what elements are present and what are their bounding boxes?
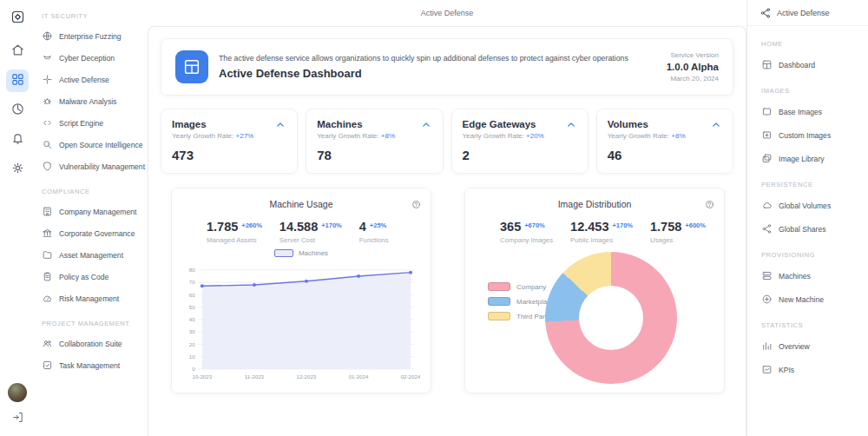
chevron-up-icon[interactable] [420, 119, 432, 135]
machine-usage-card: Machine Usage 1.785 +260% Managed Assets… [171, 188, 431, 393]
nav-item-risk-management[interactable]: Risk Management [40, 287, 144, 309]
nav-item-global-volumes[interactable]: Global Volumes [760, 194, 863, 217]
charts-row: Machine Usage 1.785 +260% Managed Assets… [161, 188, 733, 393]
code-icon [42, 117, 53, 129]
nav-item-global-shares[interactable]: Global Shares [760, 217, 863, 241]
nav-item-cyber-deception[interactable]: Cyber Deception [40, 47, 144, 69]
nav-item-label: Cyber Deception [59, 54, 115, 63]
sign-out-icon [11, 412, 24, 426]
task-icon [42, 360, 53, 371]
legend-swatch [488, 282, 510, 291]
chart-stat-value: 1.758 [650, 220, 681, 234]
svg-text:80: 80 [189, 267, 195, 273]
nav-section-header: PERSISTENCE [760, 177, 863, 194]
image-distribution-title: Image Distribution [476, 197, 713, 209]
svg-text:0: 0 [192, 366, 195, 372]
nav-item-label: Company Management [59, 208, 136, 216]
nav-item-label: Collaboration Suite [59, 340, 122, 348]
chevron-up-icon[interactable] [274, 119, 286, 135]
rail-apps-button[interactable] [6, 69, 29, 92]
stat-card-value: 473 [172, 148, 286, 162]
chart-stat-functions: 4 +25% Functions [359, 220, 389, 244]
app-root: IT SECURITY Enterprise Fuzzing Cyber Dec… [0, 0, 868, 436]
cloud-icon [761, 200, 773, 211]
stat-card-title: Images [172, 119, 253, 129]
donut-chart-area: Company Marketplace Third Party [476, 249, 713, 388]
nav-item-open-source-intelligence[interactable]: Open Source Intelligence [40, 134, 144, 155]
nav-item-new-machine[interactable]: New Machine [760, 287, 863, 311]
nav-item-base-images[interactable]: Base Images [760, 100, 863, 123]
chart-stat-top: 4 +25% [359, 220, 389, 234]
gauge-icon [42, 293, 53, 304]
donut-hole [579, 286, 643, 350]
nav-item-label: New Machine [779, 295, 824, 304]
chart-stat-label: Functions [359, 236, 389, 244]
nav-item-custom-images[interactable]: Custom Images [760, 123, 863, 147]
nav-section-images: IMAGES Base Images Custom Images Image L… [760, 83, 863, 170]
nav-item-label: Open Source Intelligence [59, 141, 143, 149]
nav-item-label: Enterprise Fuzzing [59, 32, 122, 41]
nav-item-image-library[interactable]: Image Library [760, 147, 863, 170]
stat-card-value: 2 [463, 148, 577, 162]
nav-item-malware-analysis[interactable]: Malware Analysis [40, 90, 144, 112]
help-icon[interactable] [705, 197, 714, 213]
stat-card-head: Volumes Yearly Growth Rate: +8% [608, 119, 722, 140]
nav-item-label: Overview [779, 342, 810, 351]
stat-card-text: Volumes Yearly Growth Rate: +8% [608, 119, 686, 140]
version-date: March 20, 2024 [667, 75, 719, 83]
nav-item-company-management[interactable]: Company Management [40, 201, 144, 222]
nav-item-script-engine[interactable]: Script Engine [40, 112, 144, 134]
nav-section-header: IMAGES [760, 83, 863, 100]
chart-stat-server-cost: 14.588 +170% Server Cost [279, 220, 342, 244]
nav-item-label: Active Defense [59, 76, 109, 84]
chevron-up-icon[interactable] [565, 119, 577, 135]
nav-item-label: Corporate Governance [59, 229, 135, 238]
nav-item-asset-management[interactable]: Asset Management [40, 244, 144, 266]
nav-item-collaboration-suite[interactable]: Collaboration Suite [40, 333, 144, 354]
chart-stat-delta: +670% [524, 221, 545, 229]
svg-text:30: 30 [189, 328, 195, 334]
image-distribution-stats: 365 +670% Company Images 12.453 +170% Pu… [500, 220, 713, 244]
nav-item-kpis[interactable]: KPIs [760, 358, 863, 381]
nav-item-policy-as-code[interactable]: Policy as Code [40, 266, 144, 287]
image-plus-icon [761, 129, 773, 141]
rail-home-button[interactable] [6, 40, 29, 63]
service-banner: The active defense service allows organi… [161, 38, 733, 96]
activity-icon [10, 102, 25, 120]
chart-stat-public-images: 12.453 +170% Public Images [570, 220, 633, 244]
globe-icon [42, 30, 53, 42]
nav-section-it-security: IT SECURITY Enterprise Fuzzing Cyber Dec… [40, 9, 144, 177]
sign-out-button[interactable] [11, 411, 24, 427]
nav-item-task-management[interactable]: Task Management [40, 354, 144, 376]
help-icon[interactable] [411, 197, 421, 213]
nav-item-machines[interactable]: Machines [760, 264, 863, 287]
context-switcher[interactable]: Active Defense [747, 0, 868, 26]
nav-item-dashboard[interactable]: Dashboard [760, 53, 863, 76]
banner-title: Active Defense Dashboard [219, 67, 656, 80]
nav-item-active-defense[interactable]: Active Defense [40, 69, 144, 90]
stat-card-text: Images Yearly Growth Rate: +27% [172, 119, 253, 140]
right-navigation: HOME DashboardIMAGES Base Images Custom … [747, 26, 868, 388]
growth-label: Yearly Growth Rate: [463, 132, 524, 140]
svg-text:10: 10 [189, 353, 195, 360]
nav-item-label: Vulnerability Management [59, 162, 145, 171]
nav-item-enterprise-fuzzing[interactable]: Enterprise Fuzzing [40, 25, 144, 47]
rail-settings-button[interactable] [6, 158, 29, 181]
stat-card-head: Edge Gateways Yearly Growth Rate: +20% [463, 119, 577, 140]
user-avatar[interactable] [8, 383, 27, 402]
dashboard-icon [175, 50, 208, 83]
nav-item-corporate-governance[interactable]: Corporate Governance [40, 222, 144, 244]
chart-stat-label: Company Images [500, 236, 553, 244]
growth-value: +27% [236, 132, 254, 140]
settings-icon [10, 161, 25, 179]
nav-item-label: Risk Management [59, 294, 119, 303]
chevron-up-icon[interactable] [710, 119, 722, 135]
chart-stat-label: Public Images [570, 236, 633, 244]
nav-item-vulnerability-management[interactable]: Vulnerability Management [40, 155, 144, 177]
rail-notifications-button[interactable] [6, 129, 29, 151]
rail-logo-button[interactable] [6, 7, 29, 30]
nav-item-overview[interactable]: Overview [760, 334, 863, 358]
banner-text: The active defense service allows organi… [219, 54, 656, 80]
rail-activity-button[interactable] [6, 99, 29, 122]
svg-text:70: 70 [189, 279, 195, 285]
